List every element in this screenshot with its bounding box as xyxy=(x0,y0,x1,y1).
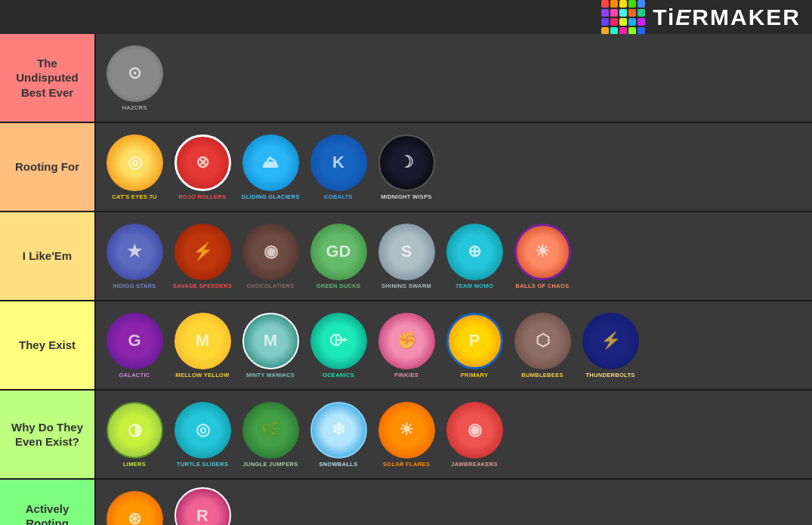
logo-grid-cell xyxy=(628,9,636,17)
team-item-indigo[interactable]: ★INDIGO STARS xyxy=(103,224,165,289)
team-item-pinkies[interactable]: ✊PINKIES xyxy=(375,313,437,378)
logo-grid-cell xyxy=(610,0,618,8)
tier-label-f: Actively Rooting Against xyxy=(0,480,94,525)
team-item-oceanics[interactable]: ⌱OCEANICS xyxy=(307,313,369,378)
tier-table: The Undisputed Best Ever⊙HAZCRSRooting F… xyxy=(0,34,812,525)
team-logo-primary: P xyxy=(446,313,503,369)
team-logo-rojo: ⊗ xyxy=(174,134,231,191)
team-item-mellow[interactable]: MMELLOW YELLOW xyxy=(171,313,233,378)
team-item-jungle[interactable]: 🌿Jungle Jumpers xyxy=(239,402,301,468)
team-name-turtle: TURTLE SLIDERS xyxy=(177,461,228,468)
tier-items-c: GGALACTICMMELLOW YELLOWMMINTY MANIACS⌱OC… xyxy=(94,301,812,389)
team-name-galactic: GALACTIC xyxy=(119,372,150,378)
team-name-snowballs: SNOWBALLS xyxy=(319,461,357,468)
logo-grid-cell xyxy=(619,18,627,26)
team-logo-bumblebees: ⬡ xyxy=(514,313,571,369)
team-item-thunder[interactable]: ⚡THUNDERBOLTS xyxy=(579,313,641,378)
team-logo-hazers: ⊙ xyxy=(107,45,163,102)
team-name-jawbreakers: JAWBREAKERS xyxy=(451,461,498,468)
logo-grid-cell xyxy=(628,18,636,26)
team-item-limers[interactable]: ◑LIMERS xyxy=(103,402,165,468)
team-name-primary: PRIMARY xyxy=(461,372,488,378)
logo-grid-cell xyxy=(619,9,627,17)
team-item-midnight[interactable]: ☽MIDNIGHT WISPS xyxy=(375,134,437,200)
team-logo-cats-eyes: ◎ xyxy=(107,134,163,191)
team-name-minty: MINTY MANIACS xyxy=(246,372,295,378)
team-logo-chocolatiers: ◉ xyxy=(242,224,299,280)
tier-label-c: They Exist xyxy=(0,301,94,389)
team-name-kobalts: KOBALTS xyxy=(324,193,353,200)
logo-grid-cell xyxy=(601,0,609,8)
team-item-bumblebees[interactable]: ⬡Bumblebees xyxy=(511,313,573,378)
tier-row-s: The Undisputed Best Ever⊙HAZCRS xyxy=(0,34,812,123)
tiermaker-logo: TiERMAKER xyxy=(601,0,801,35)
tier-items-f: ⊛OrangersRRASPBERRY RACERS xyxy=(94,480,812,525)
team-item-shining[interactable]: SSHINING SWARM xyxy=(375,224,437,289)
logo-grid-cell xyxy=(619,0,627,8)
team-item-galactic[interactable]: GGALACTIC xyxy=(103,313,165,378)
team-name-chocolatiers: Chocolatiers xyxy=(246,283,294,289)
team-logo-shining: S xyxy=(378,224,435,280)
team-logo-orangers: ⊛ xyxy=(107,491,163,526)
team-logo-turtle: ◎ xyxy=(174,402,231,459)
team-name-oceanics: OCEANICS xyxy=(323,372,354,378)
team-name-solar: SOLAR FLARES xyxy=(383,461,430,468)
team-item-jawbreakers[interactable]: ◉JAWBREAKERS xyxy=(443,402,505,468)
team-logo-minty: M xyxy=(242,313,299,369)
team-logo-pinkies: ✊ xyxy=(378,313,435,369)
team-logo-savage: ⚡ xyxy=(174,224,231,280)
team-name-midnight: MIDNIGHT WISPS xyxy=(381,193,432,200)
team-item-primary[interactable]: PPRIMARY xyxy=(443,313,505,378)
team-item-minty[interactable]: MMINTY MANIACS xyxy=(239,313,301,378)
tier-row-a: Rooting For◎CAT'S EYES 7U⊗ROJO ROLLERS⛰G… xyxy=(0,123,812,212)
team-logo-chaos: ☀ xyxy=(514,224,571,280)
team-name-mellow: MELLOW YELLOW xyxy=(175,372,229,378)
tier-label-d: Why Do They Even Exist? xyxy=(0,391,94,478)
team-logo-midnight: ☽ xyxy=(378,134,435,191)
team-item-chocolatiers[interactable]: ◉Chocolatiers xyxy=(239,224,301,289)
team-item-raspberry[interactable]: RRASPBERRY RACERS xyxy=(171,487,233,525)
logo-grid-cell xyxy=(638,9,645,17)
team-name-savage: SAVAGE SPEEDERS xyxy=(173,283,232,289)
team-logo-raspberry: R xyxy=(174,487,231,525)
team-logo-gliding: ⛰ xyxy=(242,134,299,191)
team-name-gliding: GLIDING GLACIERS xyxy=(242,193,300,200)
team-logo-kobalts: K xyxy=(310,134,367,191)
team-item-turtle[interactable]: ◎TURTLE SLIDERS xyxy=(171,402,233,468)
tier-row-b: I Like'Em★INDIGO STARS⚡SAVAGE SPEEDERS◉C… xyxy=(0,212,812,301)
team-logo-jungle: 🌿 xyxy=(242,402,299,459)
team-logo-galactic: G xyxy=(107,313,163,369)
team-name-momo: TEAM MOMO xyxy=(455,283,493,289)
team-name-rojo: ROJO ROLLERS xyxy=(179,193,227,200)
team-item-hazers[interactable]: ⊙HAZCRS xyxy=(103,45,165,111)
team-item-cats-eyes[interactable]: ◎CAT'S EYES 7U xyxy=(103,134,165,200)
logo-grid xyxy=(601,0,645,35)
logo-grid-cell xyxy=(610,27,618,35)
team-item-orangers[interactable]: ⊛Orangers xyxy=(103,491,165,526)
logo-grid-cell xyxy=(601,27,609,35)
team-logo-snowballs: ❄ xyxy=(310,402,367,459)
tier-label-a: Rooting For xyxy=(0,123,94,211)
team-item-gliding[interactable]: ⛰GLIDING GLACIERS xyxy=(239,134,301,200)
team-logo-oceanics: ⌱ xyxy=(310,313,367,369)
team-item-snowballs[interactable]: ❄SNOWBALLS xyxy=(307,402,369,468)
team-name-limers: LIMERS xyxy=(123,461,146,468)
team-item-green-ducks[interactable]: GDGREEN DUCKS xyxy=(307,224,369,289)
tier-label-s: The Undisputed Best Ever xyxy=(0,34,94,122)
team-item-kobalts[interactable]: KKOBALTS xyxy=(307,134,369,200)
team-name-indigo: INDIGO STARS xyxy=(113,283,156,289)
header: TiERMAKER xyxy=(0,0,812,34)
tier-row-d: Why Do They Even Exist?◑LIMERS◎TURTLE SL… xyxy=(0,391,812,480)
team-item-savage[interactable]: ⚡SAVAGE SPEEDERS xyxy=(171,224,233,289)
team-item-chaos[interactable]: ☀BALLS OF CHAOS xyxy=(511,224,573,289)
team-name-cats-eyes: CAT'S EYES 7U xyxy=(112,193,156,200)
team-item-momo[interactable]: ⊕TEAM MOMO xyxy=(443,224,505,289)
team-logo-solar: ☀ xyxy=(378,402,435,459)
tier-items-s: ⊙HAZCRS xyxy=(94,34,812,122)
team-name-jungle: Jungle Jumpers xyxy=(243,461,298,468)
team-logo-indigo: ★ xyxy=(107,224,163,280)
tier-row-c: They ExistGGALACTICMMELLOW YELLOWMMINTY … xyxy=(0,301,812,391)
team-item-rojo[interactable]: ⊗ROJO ROLLERS xyxy=(171,134,233,200)
team-name-green-ducks: GREEN DUCKS xyxy=(316,283,361,289)
team-item-solar[interactable]: ☀SOLAR FLARES xyxy=(375,402,437,468)
